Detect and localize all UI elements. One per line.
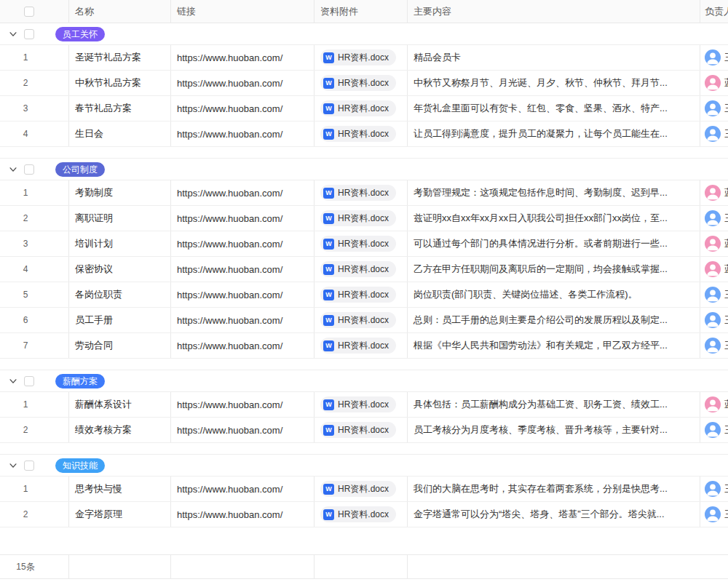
attachment-chip[interactable]: W HR资料.docx [320,506,396,522]
attachment-chip[interactable]: W HR资料.docx [320,261,396,277]
row-index-cell[interactable]: 2 [0,418,69,442]
link-cell[interactable]: https://www.huoban.com/ [171,333,314,358]
row-index-cell[interactable]: 3 [0,231,69,256]
content-cell[interactable]: 具体包括：员工薪酬构成分为基础工资、职务工资、绩效工... [408,392,700,417]
link-cell[interactable]: https://www.huoban.com/ [171,231,314,256]
content-cell[interactable]: 让员工得到满意度，提升员工的凝聚力，让每个员工能生在... [408,121,700,146]
name-cell[interactable]: 员工手册 [69,308,171,332]
attachment-chip[interactable]: W HR资料.docx [320,75,396,91]
row-index-cell[interactable]: 5 [0,282,69,307]
link-cell[interactable]: https://www.huoban.com/ [171,502,314,527]
link-cell[interactable]: https://www.huoban.com/ [171,121,314,146]
name-cell[interactable]: 春节礼品方案 [69,96,171,121]
content-cell[interactable]: 年货礼盒里面可以有贺卡、红包、零食、坚果、酒水、特产... [408,96,700,121]
chevron-down-icon[interactable] [9,377,17,386]
attachment-chip[interactable]: W HR资料.docx [320,312,396,328]
link-cell[interactable]: https://www.huoban.com/ [171,206,314,231]
content-cell[interactable]: 精品会员卡 [408,45,700,70]
name-cell[interactable]: 金字塔原理 [69,502,171,527]
column-header-owner[interactable]: 负责人 [700,0,728,23]
content-cell[interactable]: 我们的大脑在思考时，其实存在着两套系统，分别是快思考... [408,477,700,501]
attachment-chip[interactable]: W HR资料.docx [320,100,396,116]
link-cell[interactable]: https://www.huoban.com/ [171,477,314,501]
column-header-attachment[interactable]: 资料附件 [314,0,408,23]
row-index-cell[interactable]: 7 [0,333,69,358]
row-index-cell[interactable]: 2 [0,502,69,527]
owner-cell[interactable]: 三 [700,206,728,231]
content-cell[interactable]: 员工考核分为月度考核、季度考核、晋升考核等，主要针对... [408,418,700,442]
attachment-chip[interactable]: W HR资料.docx [320,210,396,226]
attachment-cell[interactable]: W HR资料.docx [314,502,408,527]
group-checkbox[interactable] [24,376,34,386]
link-cell[interactable]: https://www.huoban.com/ [171,71,314,95]
link-cell[interactable]: https://www.huoban.com/ [171,308,314,332]
attachment-chip[interactable]: W HR资料.docx [320,287,396,303]
chevron-down-icon[interactable] [9,30,17,39]
attachment-cell[interactable]: W HR资料.docx [314,333,408,358]
owner-cell[interactable]: 蓝 [700,71,728,95]
content-cell[interactable]: 可以通过每个部门的具体情况进行分析。或者前期进行一些... [408,231,700,256]
link-cell[interactable]: https://www.huoban.com/ [171,282,314,307]
column-header-name[interactable]: 名称 [69,0,171,23]
row-index-cell[interactable]: 1 [0,45,69,70]
owner-cell[interactable]: 三 [700,96,728,121]
group-badge[interactable]: 知识技能 [55,458,105,473]
content-cell[interactable]: 兹证明xx自xx年xx月xx日入职我公司担任xx部门xx岗位，至... [408,206,700,231]
attachment-cell[interactable]: W HR资料.docx [314,45,408,70]
owner-cell[interactable]: 三 [700,418,728,442]
group-badge[interactable]: 公司制度 [55,162,105,177]
content-cell[interactable]: 考勤管理规定：这项规定包括作息时间、考勤制度、迟到早... [408,180,700,205]
owner-cell[interactable]: 蓝 [700,231,728,256]
name-cell[interactable]: 思考快与慢 [69,477,171,501]
group-checkbox[interactable] [24,29,34,39]
link-cell[interactable]: https://www.huoban.com/ [171,180,314,205]
row-index-cell[interactable]: 1 [0,477,69,501]
attachment-chip[interactable]: W HR资料.docx [320,126,396,142]
name-cell[interactable]: 生日会 [69,121,171,146]
attachment-cell[interactable]: W HR资料.docx [314,96,408,121]
name-cell[interactable]: 各岗位职责 [69,282,171,307]
name-cell[interactable]: 劳动合同 [69,333,171,358]
column-header-content[interactable]: 主要内容 [408,0,700,23]
attachment-chip[interactable]: W HR资料.docx [320,49,396,65]
owner-cell[interactable]: 三 [700,282,728,307]
attachment-cell[interactable]: W HR资料.docx [314,257,408,282]
attachment-chip[interactable]: W HR资料.docx [320,481,396,497]
group-badge[interactable]: 员工关怀 [55,27,105,41]
owner-cell[interactable]: 三 [700,121,728,146]
owner-cell[interactable]: 三 [700,308,728,332]
attachment-cell[interactable]: W HR资料.docx [314,206,408,231]
group-checkbox[interactable] [24,164,34,175]
attachment-cell[interactable]: W HR资料.docx [314,477,408,501]
owner-cell[interactable]: 三 [700,333,728,358]
content-cell[interactable]: 根据《中华人民共和国劳动法》和有关规定，甲乙双方经平... [408,333,700,358]
name-cell[interactable]: 保密协议 [69,257,171,282]
attachment-cell[interactable]: W HR资料.docx [314,308,408,332]
row-index-cell[interactable]: 3 [0,96,69,121]
attachment-chip[interactable]: W HR资料.docx [320,396,396,412]
owner-cell[interactable]: 三 [700,502,728,527]
name-cell[interactable]: 离职证明 [69,206,171,231]
chevron-down-icon[interactable] [9,461,17,470]
link-cell[interactable]: https://www.huoban.com/ [171,418,314,442]
attachment-cell[interactable]: W HR资料.docx [314,282,408,307]
attachment-cell[interactable]: W HR资料.docx [314,121,408,146]
attachment-chip[interactable]: W HR资料.docx [320,338,396,354]
row-index-cell[interactable]: 1 [0,180,69,205]
row-index-cell[interactable]: 2 [0,71,69,95]
owner-cell[interactable]: 蓝 [700,257,728,282]
attachment-chip[interactable]: W HR资料.docx [320,422,396,438]
attachment-cell[interactable]: W HR资料.docx [314,71,408,95]
attachment-chip[interactable]: W HR资料.docx [320,185,396,201]
owner-cell[interactable]: 三 [700,477,728,501]
attachment-chip[interactable]: W HR资料.docx [320,236,396,252]
chevron-down-icon[interactable] [9,165,17,174]
attachment-cell[interactable]: W HR资料.docx [314,180,408,205]
name-cell[interactable]: 绩效考核方案 [69,418,171,442]
column-header-link[interactable]: 链接 [171,0,314,23]
row-index-cell[interactable]: 1 [0,392,69,417]
owner-cell[interactable]: 蓝 [700,392,728,417]
select-all-checkbox[interactable] [24,7,34,17]
link-cell[interactable]: https://www.huoban.com/ [171,392,314,417]
attachment-cell[interactable]: W HR资料.docx [314,418,408,442]
